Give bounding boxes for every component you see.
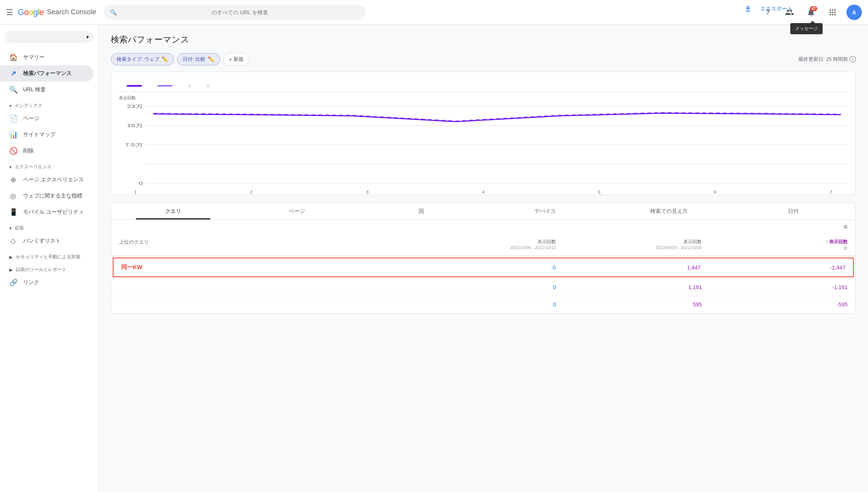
col-header-diff-sub: 差	[702, 245, 848, 251]
avatar[interactable]: A	[846, 5, 862, 20]
x-label-4: 4	[482, 190, 484, 194]
sitemap-icon: 📊	[9, 131, 17, 139]
section-enh-arrow: ▾	[9, 226, 12, 231]
search-icon: 🔍	[110, 9, 117, 15]
date-filter-label: 日付: 比較	[183, 56, 205, 63]
query-text-1[interactable]: 同一KW	[121, 264, 142, 270]
section-index: ▾ インデックス	[0, 98, 98, 110]
chart-legend-tabs: ○ ○	[119, 80, 848, 92]
page-title: 検索パフォーマンス	[111, 34, 856, 45]
value2-cell-3: 595	[556, 301, 702, 308]
edit-date-icon[interactable]: ✏️	[208, 56, 214, 62]
diff-cell-2: -1,161	[702, 284, 848, 290]
date-filter[interactable]: 日付: 比較 ✏️	[177, 53, 220, 65]
sidebar-label-links: リンク	[23, 279, 39, 286]
col-header-diff-label: ↑ 表示回数	[702, 239, 848, 245]
legend-tab-3[interactable]: ○	[180, 80, 199, 92]
section-experience: ▾ エクスペリエンス	[0, 159, 98, 172]
legend-tab-2[interactable]	[150, 80, 180, 92]
sidebar-item-page-experience[interactable]: ⊕ ページ エクスペリエンス	[0, 172, 93, 188]
sidebar-item-sitemap[interactable]: 📊 サイトマップ	[0, 127, 93, 143]
col-header-impressions2: 表示回数 2022/09/29 - 2022/10/05	[556, 239, 702, 250]
main-content: 検索パフォーマンス 検索タイプ: ウェブ ✏️ 日付: 比較 ✏️ + 新規 最…	[98, 25, 868, 323]
section-exp-label: エクスペリエンス	[15, 164, 52, 170]
sidebar-label-sitemap: サイトマップ	[23, 131, 55, 138]
filter-row: ≡	[111, 220, 855, 234]
sidebar-item-breadcrumbs[interactable]: ◇ パンくずリスト	[0, 233, 93, 249]
sidebar-item-summary[interactable]: 🏠 サマリー	[0, 49, 93, 65]
tab-date[interactable]: 日付	[731, 203, 855, 219]
y-axis-label: 表示回数	[119, 95, 848, 101]
sidebar-item-links[interactable]: 🔗 リンク	[0, 274, 93, 291]
tab-pages[interactable]: ページ	[235, 203, 359, 219]
sidebar-item-search-performance[interactable]: ↗ 検索パフォーマンス	[0, 65, 93, 82]
layout: ▾ 🏠 サマリー ↗ 検索パフォーマンス 🔍 URL 検査 ▾ インデックス 📄…	[0, 25, 868, 323]
sidebar-label-removal: 削除	[23, 147, 34, 154]
data-tabs: クエリ ページ 国 デバイス 検索での見え方 日付	[111, 203, 855, 220]
new-filter-button[interactable]: + 新規	[223, 53, 249, 65]
legend-tab-4[interactable]: ○	[199, 80, 217, 92]
sidebar-item-url-inspect[interactable]: 🔍 URL 検査	[0, 82, 93, 98]
url-search-bar[interactable]: 🔍	[104, 5, 366, 20]
svg-text:7.5万: 7.5万	[125, 142, 143, 147]
section-sec-arrow: ▶	[9, 254, 13, 260]
sidebar-label-search-performance: 検索パフォーマンス	[23, 70, 72, 77]
sidebar-label-breadcrumbs: パンくずリスト	[23, 238, 61, 244]
diff-cell-1: -1,447	[701, 264, 845, 271]
table-row-2: 0 1,161 -1,161	[111, 279, 855, 296]
section-leg-arrow: ▶	[9, 267, 13, 273]
header: ☰ Google Search Console 🔍 ? 47 メッセージ A エ…	[0, 0, 868, 25]
url-search-input[interactable]	[120, 9, 359, 15]
chart-area: 23万 15万 7.5万 0 1 2 3 4 5 6 7	[119, 102, 848, 187]
sidebar-label-mobile: モバイル ユーザビリティ	[23, 209, 84, 216]
property-dropdown-icon: ▾	[86, 34, 89, 40]
sidebar-item-web-vitals[interactable]: ◎ ウェブに関する主な指標	[0, 188, 93, 204]
pages-icon: 📄	[9, 114, 17, 123]
menu-icon[interactable]: ☰	[6, 8, 13, 17]
mobile-icon: 📱	[9, 208, 17, 216]
col-header-impressions1-label: 表示回数	[411, 239, 556, 245]
svg-text:23万: 23万	[127, 104, 143, 109]
property-selector[interactable]: ▾	[5, 31, 93, 43]
col-header-impressions2-label: 表示回数	[556, 239, 702, 245]
col-header-impressions1-sub: 2022/10/06 - 2022/10/12	[411, 245, 556, 250]
notification-tooltip: メッセージ	[790, 23, 823, 34]
export-button[interactable]: エクスポート	[754, 3, 799, 15]
col-header-query: 上位のクエリ	[119, 239, 411, 246]
new-filter-label: 新規	[234, 56, 244, 63]
sidebar-label-page-exp: ページ エクスペリエンス	[23, 176, 84, 183]
section-legacy[interactable]: ▶ 以前のツールとレポート	[0, 262, 98, 274]
tab-device[interactable]: デバイス	[483, 203, 607, 219]
legend-tab-1[interactable]	[119, 80, 150, 92]
tab-search-appearance[interactable]: 検索での見え方	[607, 203, 731, 219]
chart-svg: 23万 15万 7.5万 0	[119, 102, 848, 187]
plus-icon: +	[229, 57, 232, 62]
sidebar-item-pages[interactable]: 📄 ページ	[0, 110, 93, 127]
value1-cell-2: 0	[411, 284, 556, 290]
notification-badge: 47	[810, 6, 817, 11]
logo-e: e	[39, 7, 44, 17]
svg-text:15万: 15万	[127, 123, 143, 128]
apps-icon-btn[interactable]	[825, 5, 840, 20]
col-header-impressions1: 表示回数 2022/10/06 - 2022/10/12	[411, 239, 556, 250]
home-icon: 🏠	[9, 53, 17, 62]
tab-query[interactable]: クエリ	[111, 203, 235, 219]
notification-icon-btn[interactable]: 47 メッセージ	[803, 5, 819, 20]
edit-search-type-icon[interactable]: ✏️	[162, 56, 168, 62]
x-label-5: 5	[598, 190, 600, 194]
breadcrumbs-icon: ◇	[9, 237, 17, 245]
section-index-arrow: ▾	[9, 103, 12, 109]
logo-g: G	[18, 7, 24, 17]
legend-bar-1	[127, 85, 142, 87]
search-type-filter[interactable]: 検索タイプ: ウェブ ✏️	[111, 53, 174, 65]
tab-country[interactable]: 国	[359, 203, 483, 219]
data-table-container: クエリ ページ 国 デバイス 検索での見え方 日付 ≡ 上位のクエリ 表示回数 …	[111, 203, 856, 314]
sidebar-item-mobile[interactable]: 📱 モバイル ユーザビリティ	[0, 204, 93, 220]
section-security[interactable]: ▶ セキュリティと手動による対策	[0, 249, 98, 262]
value1-cell-1: 0	[411, 264, 556, 271]
sidebar-item-removal[interactable]: 🚫 削除	[0, 143, 93, 159]
filter-icon[interactable]: ≡	[843, 223, 848, 231]
col-header-diff: ↑ 表示回数 差	[702, 239, 848, 251]
section-enh-label: 拡張	[15, 225, 24, 231]
section-enhancements: ▾ 拡張	[0, 220, 98, 233]
